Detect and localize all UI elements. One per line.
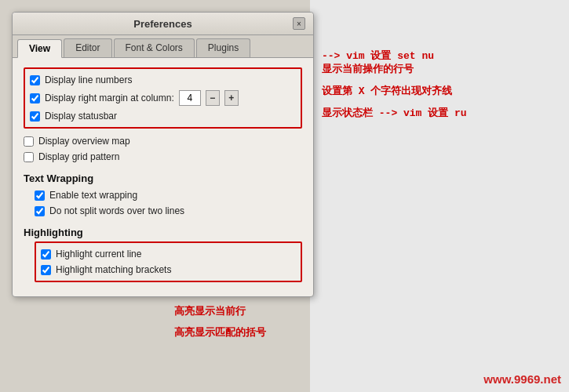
watermark: www.9969.net — [483, 372, 561, 386]
display-statusbar-checkbox[interactable] — [30, 111, 40, 122]
margin-minus-button[interactable]: − — [206, 90, 220, 106]
highlight-current-line-checkbox[interactable] — [41, 249, 51, 260]
no-split-words-label: Do not split words over two lines — [49, 205, 184, 216]
enable-text-wrapping-checkbox[interactable] — [35, 191, 45, 201]
display-grid-pattern-checkbox[interactable] — [24, 152, 34, 162]
annotation-highlight-bracket: 高亮显示匹配的括号 — [174, 325, 266, 339]
text-wrapping-header: Text Wrapping — [24, 172, 302, 184]
dialog-titlebar: Preferences × — [13, 13, 313, 35]
highlighting-options-box: Highlight current line Highlight matchin… — [35, 241, 302, 282]
dialog-content: Display line numbers Display right margi… — [13, 58, 313, 296]
tab-editor[interactable]: Editor — [64, 38, 111, 57]
display-margin-label: Display right margin at column: — [45, 93, 174, 103]
close-button[interactable]: × — [293, 17, 305, 30]
display-overview-map-checkbox[interactable] — [24, 136, 34, 147]
enable-text-wrapping-label: Enable text wrapping — [49, 190, 137, 201]
display-line-numbers-row: Display line numbers — [30, 72, 296, 88]
display-overview-map-label: Display overview map — [38, 136, 130, 147]
no-split-words-row: Do not split words over two lines — [35, 203, 302, 219]
display-margin-checkbox[interactable] — [30, 93, 40, 103]
annotation-1: 显示当前操作的行号 — [322, 62, 414, 76]
margin-value-input[interactable] — [179, 90, 201, 106]
annotation-highlight-line: 高亮显示当前行 — [174, 304, 246, 318]
margin-plus-button[interactable]: + — [224, 90, 239, 106]
preferences-dialog: Preferences × View Editor Font & Colors … — [12, 12, 314, 297]
no-split-words-checkbox[interactable] — [35, 206, 45, 216]
text-wrapping-section: Enable text wrapping Do not split words … — [24, 187, 302, 219]
highlight-matching-brackets-checkbox[interactable] — [41, 265, 51, 275]
display-line-numbers-label: Display line numbers — [45, 74, 132, 85]
annotation-3: 显示状态栏 --> vim 设置 ru — [322, 106, 467, 120]
highlight-current-line-row: Highlight current line — [41, 246, 296, 262]
display-overview-map-row: Display overview map — [24, 133, 302, 149]
tab-view[interactable]: View — [17, 39, 62, 58]
display-options-box: Display line numbers Display right margi… — [24, 67, 302, 129]
highlighting-header: Highlighting — [24, 227, 302, 238]
highlighting-section: Highlight current line Highlight matchin… — [24, 241, 302, 282]
display-statusbar-row: Display statusbar — [30, 108, 296, 124]
highlight-matching-brackets-row: Highlight matching brackets — [41, 262, 296, 278]
enable-text-wrapping-row: Enable text wrapping — [35, 187, 302, 203]
tab-bar: View Editor Font & Colors Plugins — [13, 35, 313, 58]
display-line-numbers-checkbox[interactable] — [30, 75, 40, 85]
annotation-2: 设置第 X 个字符出现对齐线 — [322, 84, 452, 98]
display-margin-row: Display right margin at column: − + — [30, 88, 296, 108]
tab-plugins[interactable]: Plugins — [196, 38, 250, 57]
tab-font-colors[interactable]: Font & Colors — [114, 38, 195, 57]
highlight-current-line-label: Highlight current line — [56, 249, 141, 260]
display-grid-pattern-label: Display grid pattern — [38, 151, 119, 162]
dialog-title: Preferences — [33, 18, 293, 30]
display-grid-pattern-row: Display grid pattern — [24, 149, 302, 165]
display-statusbar-label: Display statusbar — [45, 111, 117, 122]
annotation-vim-nu: --> vim 设置 set nu — [322, 49, 434, 63]
highlight-matching-brackets-label: Highlight matching brackets — [56, 264, 171, 275]
